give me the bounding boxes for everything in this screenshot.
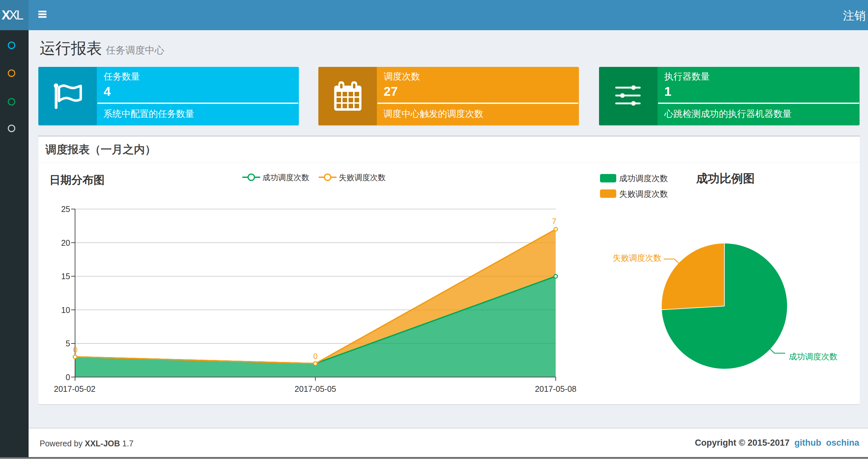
svg-text:0: 0 — [73, 346, 77, 354]
svg-text:2017-05-08: 2017-05-08 — [535, 384, 577, 393]
svg-text:2017-05-02: 2017-05-02 — [54, 384, 95, 393]
svg-text:20: 20 — [61, 238, 70, 248]
svg-text:10: 10 — [61, 305, 70, 315]
svg-text:成功调度次数: 成功调度次数 — [789, 352, 837, 361]
svg-text:失败调度次数: 失败调度次数 — [613, 253, 661, 262]
svg-text:成功调度次数: 成功调度次数 — [619, 174, 668, 183]
svg-text:25: 25 — [61, 204, 70, 214]
svg-text:5: 5 — [66, 339, 70, 348]
svg-text:成功比例图: 成功比例图 — [696, 172, 755, 185]
svg-text:0: 0 — [313, 352, 317, 361]
svg-text:7: 7 — [552, 217, 556, 226]
svg-text:失败调度次数: 失败调度次数 — [619, 189, 668, 198]
svg-text:成功调度次数: 成功调度次数 — [262, 173, 309, 182]
svg-text:日期分布图: 日期分布图 — [50, 174, 104, 186]
svg-text:2017-05-05: 2017-05-05 — [294, 384, 336, 393]
svg-text:失败调度次数: 失败调度次数 — [339, 173, 385, 182]
svg-text:15: 15 — [61, 272, 70, 281]
svg-text:0: 0 — [66, 373, 70, 382]
